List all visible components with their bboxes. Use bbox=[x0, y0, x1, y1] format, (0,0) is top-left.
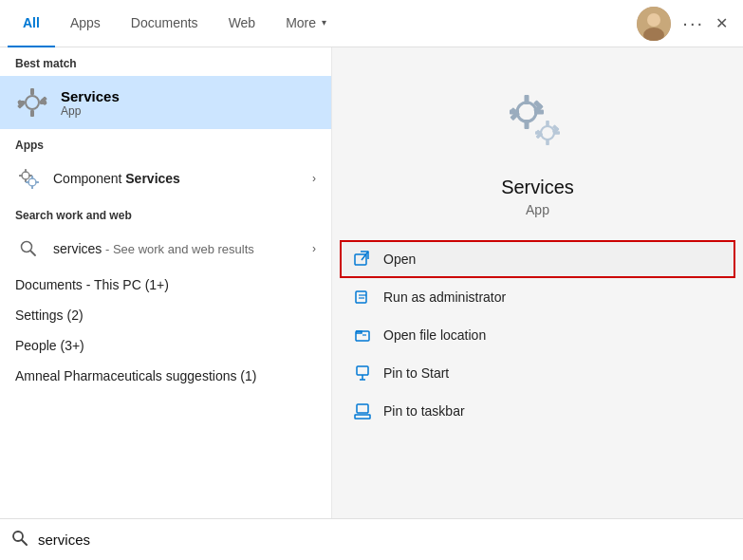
left-panel: Best match bbox=[0, 47, 332, 560]
nav-right: ··· ✕ bbox=[637, 7, 735, 41]
svg-rect-21 bbox=[26, 181, 29, 183]
people-category[interactable]: People (3+) bbox=[0, 330, 331, 361]
file-location-label: Open file location bbox=[383, 327, 486, 343]
svg-rect-25 bbox=[524, 95, 529, 104]
tab-all[interactable]: All bbox=[8, 0, 55, 47]
more-options-button[interactable]: ··· bbox=[682, 12, 704, 34]
close-button[interactable]: ✕ bbox=[715, 14, 728, 32]
pin-taskbar-label: Pin to taskbar bbox=[383, 403, 465, 419]
component-services-item[interactable]: Component Services › bbox=[0, 158, 331, 199]
folder-icon bbox=[353, 326, 372, 345]
open-icon bbox=[353, 250, 372, 269]
svg-point-33 bbox=[541, 126, 554, 140]
arrow-icon: › bbox=[312, 172, 316, 185]
nav-tabs: All Apps Documents Web More ▾ ··· ✕ bbox=[0, 0, 743, 47]
pin-taskbar-icon bbox=[353, 401, 372, 420]
search-web-label: Search work and web bbox=[0, 199, 331, 228]
svg-point-1 bbox=[647, 13, 660, 27]
svg-rect-35 bbox=[546, 139, 549, 145]
tab-more[interactable]: More ▾ bbox=[270, 0, 342, 47]
services-large-icon bbox=[500, 85, 576, 161]
pin-to-start-action[interactable]: Pin to Start bbox=[340, 354, 735, 392]
search-web-text: services - See work and web results bbox=[53, 241, 301, 256]
tab-apps[interactable]: Apps bbox=[55, 0, 116, 47]
svg-rect-20 bbox=[35, 181, 39, 183]
svg-rect-34 bbox=[546, 121, 549, 127]
right-panel: Services App Open bbox=[332, 47, 743, 560]
svg-rect-53 bbox=[355, 415, 370, 419]
amneal-category[interactable]: Amneal Pharmaceuticals suggestions (1) bbox=[0, 361, 331, 391]
run-as-admin-action[interactable]: Run as administrator bbox=[340, 278, 735, 316]
best-match-text: Services App bbox=[61, 88, 120, 118]
search-web-item[interactable]: services - See work and web results › bbox=[0, 228, 331, 270]
open-label: Open bbox=[383, 252, 416, 267]
svg-rect-44 bbox=[356, 291, 366, 303]
svg-line-55 bbox=[22, 540, 27, 545]
shield-icon bbox=[353, 288, 372, 307]
svg-point-12 bbox=[22, 172, 29, 179]
svg-rect-16 bbox=[19, 175, 23, 177]
search-web-icon bbox=[15, 235, 42, 262]
services-icon bbox=[15, 85, 49, 120]
tab-documents[interactable]: Documents bbox=[116, 0, 214, 47]
search-bar bbox=[0, 518, 743, 560]
svg-point-3 bbox=[26, 96, 39, 109]
svg-rect-4 bbox=[30, 88, 34, 95]
search-web-arrow: › bbox=[312, 242, 316, 255]
svg-rect-19 bbox=[31, 185, 33, 189]
svg-rect-13 bbox=[25, 169, 27, 173]
svg-point-17 bbox=[28, 178, 36, 186]
open-file-location-action[interactable]: Open file location bbox=[340, 316, 735, 354]
component-services-label: Component Services bbox=[53, 171, 301, 186]
best-match-label: Best match bbox=[0, 47, 331, 76]
svg-line-43 bbox=[362, 252, 368, 260]
main-content: Best match bbox=[0, 47, 743, 560]
right-content: Services App Open bbox=[332, 47, 743, 430]
open-action[interactable]: Open bbox=[340, 240, 735, 278]
settings-category[interactable]: Settings (2) bbox=[0, 300, 331, 330]
chevron-down-icon: ▾ bbox=[322, 17, 326, 28]
pin-start-icon bbox=[353, 364, 372, 383]
run-admin-label: Run as administrator bbox=[383, 289, 506, 305]
svg-rect-49 bbox=[357, 366, 368, 375]
component-services-icon bbox=[15, 165, 42, 192]
svg-rect-18 bbox=[31, 176, 33, 179]
app-title-large: Services bbox=[501, 177, 574, 198]
documents-category[interactable]: Documents - This PC (1+) bbox=[0, 270, 331, 300]
avatar[interactable] bbox=[637, 7, 671, 41]
svg-line-23 bbox=[31, 252, 36, 256]
svg-point-24 bbox=[517, 103, 536, 121]
apps-section-label: Apps bbox=[0, 129, 331, 158]
search-panel: All Apps Documents Web More ▾ ··· ✕ Best… bbox=[0, 0, 743, 560]
svg-point-22 bbox=[22, 242, 32, 252]
pin-start-label: Pin to Start bbox=[383, 365, 449, 381]
svg-rect-5 bbox=[30, 110, 34, 117]
pin-to-taskbar-action[interactable]: Pin to taskbar bbox=[340, 392, 735, 430]
actions-list: Open Run as administrator bbox=[332, 240, 743, 430]
best-match-item[interactable]: Services App bbox=[0, 76, 331, 129]
app-type-large: App bbox=[526, 202, 549, 217]
svg-rect-52 bbox=[357, 404, 368, 413]
tab-web[interactable]: Web bbox=[214, 0, 271, 47]
svg-rect-26 bbox=[524, 120, 529, 129]
search-input[interactable] bbox=[38, 532, 732, 548]
search-icon bbox=[11, 530, 28, 551]
